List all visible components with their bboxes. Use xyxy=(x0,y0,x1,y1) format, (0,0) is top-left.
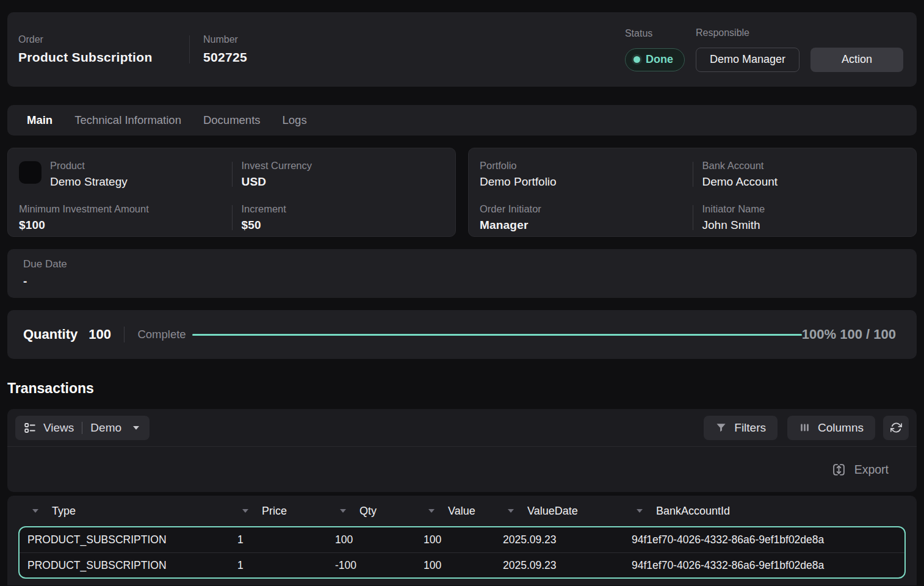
increment-label: Increment xyxy=(242,203,445,215)
table-row[interactable]: PRODUCT_SUBSCRIPTION 1 -100 100 2025.09.… xyxy=(20,552,904,577)
table-row[interactable]: PRODUCT_SUBSCRIPTION 1 100 100 2025.09.2… xyxy=(20,527,904,552)
order-initiator-field: Order Initiator Manager xyxy=(480,203,693,232)
quantity-card: Quantity 100 Complete 100% 100 / 100 xyxy=(7,310,917,359)
column-header-qty[interactable]: Qty xyxy=(340,505,428,518)
tab-documents[interactable]: Documents xyxy=(203,114,261,127)
export-icon xyxy=(832,463,846,477)
responsible-label: Responsible xyxy=(696,27,799,38)
product-field: Product Demo Strategy xyxy=(19,160,232,189)
portfolio-detail-card: Portfolio Demo Portfolio Bank Account De… xyxy=(468,148,917,237)
column-header-price[interactable]: Price xyxy=(242,505,340,518)
column-label: BankAccountId xyxy=(656,505,730,518)
views-button[interactable]: Views Demo xyxy=(15,416,150,440)
action-button[interactable]: Action xyxy=(810,48,903,72)
column-label: ValueDate xyxy=(527,505,578,518)
order-value: Product Subscription xyxy=(18,50,189,65)
column-header-valuedate[interactable]: ValueDate xyxy=(508,505,637,518)
selected-rows-group: PRODUCT_SUBSCRIPTION 1 100 100 2025.09.2… xyxy=(18,526,906,579)
current-view-name: Demo xyxy=(90,421,121,435)
status-dot-icon xyxy=(633,56,640,63)
cell-price: 1 xyxy=(237,559,335,572)
sort-caret-icon xyxy=(428,509,435,513)
tab-technical-information[interactable]: Technical Information xyxy=(74,114,181,127)
tab-logs[interactable]: Logs xyxy=(283,114,307,127)
cell-qty: -100 xyxy=(335,559,424,572)
product-label: Product xyxy=(50,160,128,172)
header-divider xyxy=(189,35,190,63)
export-row: Export xyxy=(7,447,917,492)
due-date-card: Due Date - xyxy=(7,249,917,298)
sort-caret-icon xyxy=(637,509,643,513)
min-investment-field: Minimum Investment Amount $100 xyxy=(19,203,232,232)
status-label: Status xyxy=(625,28,685,39)
cell-bankaccountid: 94f1ef70-4026-4332-86a6-9ef1bf02de8a xyxy=(632,559,904,572)
views-separator xyxy=(82,422,82,434)
bank-account-label: Bank Account xyxy=(702,160,906,172)
page: Order Product Subscription Number 502725… xyxy=(0,0,924,585)
cell-value: 100 xyxy=(424,534,503,546)
product-text: Product Demo Strategy xyxy=(50,160,128,189)
bank-account-value: Demo Account xyxy=(702,175,906,189)
progress-text: 100% 100 / 100 xyxy=(802,327,896,342)
columns-button[interactable]: Columns xyxy=(787,416,875,440)
quantity-value: 100 xyxy=(88,327,111,342)
product-thumbnail xyxy=(19,161,42,184)
refresh-icon xyxy=(890,422,902,433)
table-header-row: Type Price Qty Value ValueDate BankAccou… xyxy=(7,496,917,526)
status-badge: Done xyxy=(625,48,685,71)
order-label: Order xyxy=(18,34,189,45)
initiator-name-field: Initiator Name John Smith xyxy=(693,203,906,232)
sort-caret-icon xyxy=(508,509,514,513)
order-header-card: Order Product Subscription Number 502725… xyxy=(7,12,917,87)
responsible-stack: Responsible Demo Manager xyxy=(696,27,799,72)
initiator-name-label: Initiator Name xyxy=(702,203,906,215)
transactions-table: Type Price Qty Value ValueDate BankAccou… xyxy=(7,496,917,585)
cell-type: PRODUCT_SUBSCRIPTION xyxy=(27,559,237,572)
responsible-button[interactable]: Demo Manager xyxy=(696,48,799,72)
due-date-value: - xyxy=(23,275,901,288)
product-detail-card: Product Demo Strategy Invest Currency US… xyxy=(7,148,456,237)
order-field: Order Product Subscription xyxy=(18,34,189,65)
sort-caret-icon xyxy=(242,509,248,513)
filter-icon xyxy=(715,422,727,433)
invest-currency-label: Invest Currency xyxy=(242,160,445,172)
refresh-button[interactable] xyxy=(883,416,909,440)
increment-field: Increment $50 xyxy=(232,203,445,232)
initiator-name-value: John Smith xyxy=(702,219,906,232)
number-field: Number 502725 xyxy=(203,34,247,65)
cell-type: PRODUCT_SUBSCRIPTION xyxy=(27,534,237,546)
bank-account-field: Bank Account Demo Account xyxy=(693,160,906,189)
chevron-down-icon xyxy=(133,426,139,430)
column-label: Qty xyxy=(359,505,377,518)
portfolio-field: Portfolio Demo Portfolio xyxy=(480,160,693,189)
cell-bankaccountid: 94f1ef70-4026-4332-86a6-9ef1bf02de8a xyxy=(632,534,904,546)
status-stack: Status Done xyxy=(625,28,685,72)
toolbar-row: Views Demo Filters xyxy=(7,409,917,447)
views-label: Views xyxy=(43,421,74,435)
transactions-toolbar-card: Views Demo Filters xyxy=(7,409,917,492)
details-row: Product Demo Strategy Invest Currency US… xyxy=(7,148,917,237)
order-initiator-value: Manager xyxy=(480,219,693,232)
column-header-value[interactable]: Value xyxy=(428,505,508,518)
quantity-divider xyxy=(124,327,125,342)
number-value: 502725 xyxy=(203,50,247,65)
views-icon xyxy=(24,422,36,434)
tab-bar: Main Technical Information Documents Log… xyxy=(7,105,917,136)
cell-price: 1 xyxy=(237,534,335,546)
column-header-bankaccountid[interactable]: BankAccountId xyxy=(637,505,917,518)
filters-button[interactable]: Filters xyxy=(704,416,778,440)
product-value: Demo Strategy xyxy=(50,175,128,189)
column-header-type[interactable]: Type xyxy=(32,505,242,518)
tab-main[interactable]: Main xyxy=(27,114,52,127)
portfolio-label: Portfolio xyxy=(480,160,693,172)
cell-value: 100 xyxy=(424,559,503,572)
quantity-state: Complete xyxy=(137,328,186,341)
column-label: Type xyxy=(52,505,76,518)
cell-valuedate: 2025.09.23 xyxy=(503,559,632,572)
min-investment-label: Minimum Investment Amount xyxy=(19,203,232,215)
columns-label: Columns xyxy=(818,421,864,435)
export-button[interactable]: Export xyxy=(828,462,892,477)
cell-valuedate: 2025.09.23 xyxy=(503,534,632,546)
header-right: Status Done Responsible Demo Manager Act… xyxy=(625,27,903,72)
order-initiator-label: Order Initiator xyxy=(480,203,693,215)
